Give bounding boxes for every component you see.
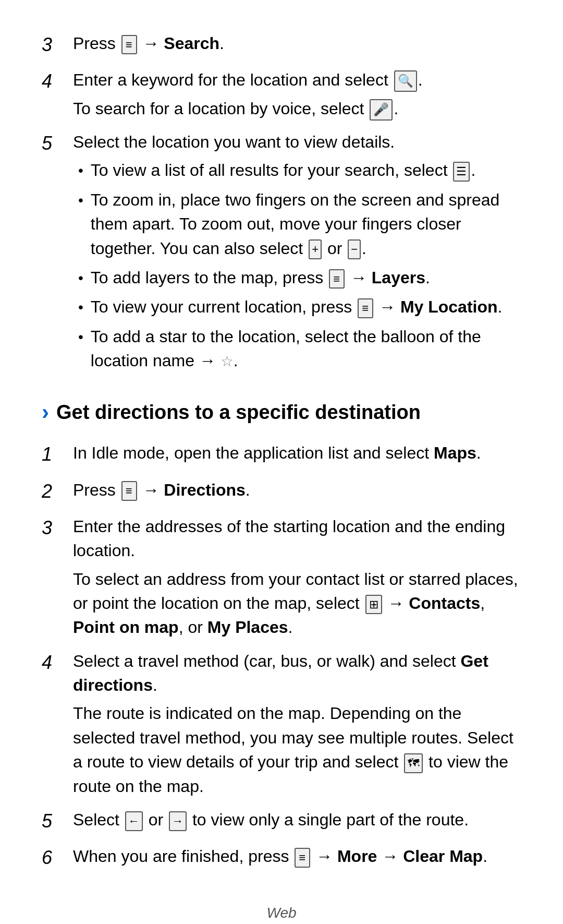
step-2-text: Press ≡ → Directions. xyxy=(73,481,250,499)
bullet-text: To zoom in, place two fingers on the scr… xyxy=(91,188,521,260)
bullet-text: To view your current location, press ≡ →… xyxy=(91,295,503,319)
step-5-top: 5 Select the location you want to view d… xyxy=(42,130,521,378)
step-4-sub: To search for a location by voice, selec… xyxy=(73,97,521,121)
map-select-icon: ⊞ xyxy=(365,595,382,615)
back-arrow-icon: ← xyxy=(125,811,143,831)
bullet-item: • To zoom in, place two fingers on the s… xyxy=(78,188,521,260)
bullet-dot: • xyxy=(78,327,83,348)
bullet-dot: • xyxy=(78,268,83,289)
step-5b-text: Select ← or → to view only a single part… xyxy=(73,810,469,829)
step-number-5-top: 5 xyxy=(42,130,73,157)
plus-icon: + xyxy=(309,239,322,259)
step-4-top: 4 Enter a keyword for the location and s… xyxy=(42,68,521,121)
step-5-bullets: • To view a list of all results for your… xyxy=(78,158,521,373)
bullet-dot: • xyxy=(78,297,83,318)
step-5b-content: Select ← or → to view only a single part… xyxy=(73,808,521,832)
bullet-item: • To view a list of all results for your… xyxy=(78,158,521,182)
step-number-2: 2 xyxy=(42,478,73,505)
step-3b-sub: To select an address from your contact l… xyxy=(73,567,521,640)
bullet-item: • To view your current location, press ≡… xyxy=(78,295,521,319)
bullet-dot: • xyxy=(78,160,83,182)
search-icon: 🔍 xyxy=(394,70,417,92)
forward-arrow-icon: → xyxy=(169,811,187,831)
minus-icon: − xyxy=(348,239,361,259)
step-6-bottom: 6 When you are finished, press ≡ → More … xyxy=(42,844,521,871)
step-3-text: Press ≡ → Search. xyxy=(73,34,224,53)
menu-icon: ≡ xyxy=(358,298,373,318)
menu-icon: ≡ xyxy=(121,481,137,501)
section-title: Get directions to a specific destination xyxy=(56,398,421,427)
section-heading: › Get directions to a specific destinati… xyxy=(42,397,521,428)
step-number-6: 6 xyxy=(42,844,73,871)
bullet-item: • To add a star to the location, select … xyxy=(78,325,521,373)
step-4-text: Enter a keyword for the location and sel… xyxy=(73,70,423,89)
step-number-4: 4 xyxy=(42,68,73,95)
step-4b-sub: The route is indicated on the map. Depen… xyxy=(73,701,521,798)
step-3b-text: Enter the addresses of the starting loca… xyxy=(73,517,505,560)
list-icon: ☰ xyxy=(453,162,470,182)
step-4-bottom: 4 Select a travel method (car, bus, or w… xyxy=(42,649,521,798)
step-number-1: 1 xyxy=(42,441,73,468)
step-number-4b: 4 xyxy=(42,649,73,676)
step-3b-content: Enter the addresses of the starting loca… xyxy=(73,514,521,640)
bullet-text: To add layers to the map, press ≡ → Laye… xyxy=(91,266,430,290)
step-5-text: Select the location you want to view det… xyxy=(73,133,395,151)
step-5-bottom: 5 Select ← or → to view only a single pa… xyxy=(42,808,521,835)
step-number-3: 3 xyxy=(42,31,73,58)
step-2-bottom: 2 Press ≡ → Directions. xyxy=(42,478,521,505)
step-2-content: Press ≡ → Directions. xyxy=(73,478,521,502)
step-number-3b: 3 xyxy=(42,514,73,542)
star-icon: ☆ xyxy=(221,353,234,369)
step-1-content: In Idle mode, open the application list … xyxy=(73,441,521,465)
menu-icon: ≡ xyxy=(295,848,310,868)
step-4-content: Enter a keyword for the location and sel… xyxy=(73,68,521,121)
step-1-text: In Idle mode, open the application list … xyxy=(73,443,481,462)
bullet-item: • To add layers to the map, press ≡ → La… xyxy=(78,266,521,290)
menu-icon: ≡ xyxy=(121,35,137,55)
bullet-dot: • xyxy=(78,190,83,211)
step-1-bottom: 1 In Idle mode, open the application lis… xyxy=(42,441,521,468)
mic-icon: 🎤 xyxy=(370,99,393,121)
bullet-text: To view a list of all results for your s… xyxy=(91,158,475,182)
step-3-top: 3 Press ≡ → Search. xyxy=(42,31,521,58)
step-5-content: Select the location you want to view det… xyxy=(73,130,521,378)
step-4b-content: Select a travel method (car, bus, or wal… xyxy=(73,649,521,798)
step-6-text: When you are finished, press ≡ → More → … xyxy=(73,847,487,866)
nav-icon: 🗺 xyxy=(404,753,423,773)
footer-label: Web xyxy=(42,903,521,924)
chevron-icon: › xyxy=(42,397,49,428)
step-6-content: When you are finished, press ≡ → More → … xyxy=(73,844,521,868)
bullet-text: To add a star to the location, select th… xyxy=(91,325,521,373)
step-3-content: Press ≡ → Search. xyxy=(73,31,521,55)
step-3-bottom: 3 Enter the addresses of the starting lo… xyxy=(42,514,521,640)
footer: Web 84 xyxy=(42,903,521,924)
menu-icon: ≡ xyxy=(329,269,345,289)
step-4b-text: Select a travel method (car, bus, or wal… xyxy=(73,652,488,694)
step-number-5b: 5 xyxy=(42,808,73,835)
